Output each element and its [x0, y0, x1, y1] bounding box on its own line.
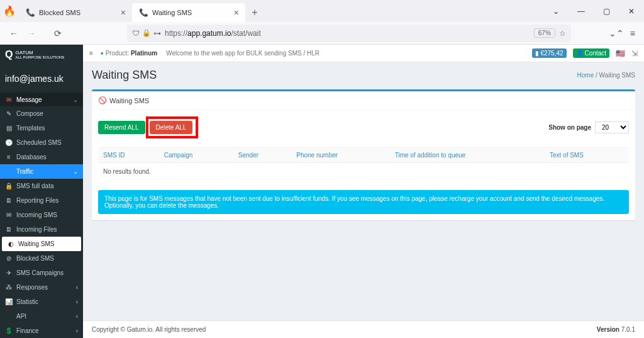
- logo-line1: GATUM: [15, 50, 64, 55]
- chevron-icon: ‹: [76, 313, 78, 320]
- zoom-badge[interactable]: 67%: [534, 28, 555, 38]
- permissions-icon[interactable]: ⊶: [153, 29, 161, 38]
- menu-icon: ▤: [5, 125, 13, 132]
- close-window-icon[interactable]: ✕: [619, 0, 644, 22]
- tab-title: Blocked SMS: [39, 9, 80, 16]
- sidebar-item-label: Statistic: [16, 298, 38, 305]
- version-label: Version: [597, 326, 621, 333]
- sidebar-item-compose[interactable]: ✎Compose: [0, 106, 83, 121]
- sidebar-item-label: API: [16, 313, 26, 320]
- ban-icon: 🚫: [98, 96, 107, 104]
- sidebar-item-sms-campaigns[interactable]: ✈SMS Campaigns: [0, 266, 83, 280]
- menu-icon: 🗎: [5, 197, 13, 204]
- chevron-down-icon: ⌄: [73, 96, 78, 103]
- panel-waiting-sms: 🚫 Waiting SMS Resend ALL Delete ALL Show…: [92, 89, 635, 220]
- chevron-icon: ‹: [76, 284, 78, 291]
- menu-icon: ≡: [5, 154, 13, 161]
- maximize-icon[interactable]: ▢: [594, 0, 619, 22]
- menu-icon: 🗎: [5, 226, 13, 233]
- sidebar-item-scheduled-sms[interactable]: 🕒Scheduled SMS: [0, 135, 83, 150]
- menu-icon: ⁂: [5, 284, 13, 291]
- sidebar-item-sms-full-data[interactable]: 🔒SMS full data: [0, 179, 83, 193]
- menu-icon: 📊: [5, 298, 13, 305]
- show-on-page-label: Show on page: [548, 124, 591, 131]
- col-time-of-addition-to-queue[interactable]: Time of addition to queue: [390, 148, 545, 163]
- url-host: app.gatum.io: [187, 29, 231, 38]
- contact-button[interactable]: 👤 Contact: [573, 48, 609, 58]
- menu-icon: ⊘: [5, 255, 13, 262]
- sidebar-item-reporting-files[interactable]: 🗎Reporting Files: [0, 193, 83, 208]
- version-value: 7.0.1: [621, 326, 635, 333]
- new-tab-button[interactable]: +: [245, 3, 264, 22]
- resend-all-button[interactable]: Resend ALL: [98, 121, 145, 134]
- menu-icon: 🕒: [5, 139, 13, 146]
- sidebar-item-incoming-sms[interactable]: ✉Incoming SMS: [0, 208, 83, 222]
- logout-icon[interactable]: ⇲: [631, 49, 638, 58]
- sidebar-item-api[interactable]: API‹: [0, 309, 83, 324]
- col-campaign[interactable]: Campaign: [159, 148, 233, 163]
- sidebar-item-label: SMS full data: [16, 183, 53, 189]
- sidebar-item-finance[interactable]: 💲Finance‹: [0, 324, 83, 338]
- sidebar-item-label: Responses: [16, 284, 48, 291]
- shield-icon[interactable]: 🛡: [132, 29, 140, 38]
- sidebar-item-waiting-sms[interactable]: ◐Waiting SMS: [2, 237, 81, 251]
- sidebar-item-databases[interactable]: ≡Databases: [0, 150, 83, 164]
- user-icon: 👤: [576, 50, 584, 57]
- sidebar-item-incoming-files[interactable]: 🗎Incoming Files: [0, 222, 83, 237]
- col-text-of-sms[interactable]: Text of SMS: [545, 148, 629, 163]
- info-banner: This page is for SMS messages that have …: [98, 190, 629, 214]
- app-menu-icon[interactable]: ≡: [630, 28, 635, 38]
- sidebar-item-label: Templates: [16, 125, 45, 132]
- bookmark-star-icon[interactable]: ☆: [559, 29, 566, 38]
- lock-icon[interactable]: 🔒: [142, 29, 151, 37]
- sidebar-item-blocked-sms[interactable]: ⊘Blocked SMS: [0, 251, 83, 266]
- hamburger-icon[interactable]: ≡: [89, 50, 93, 57]
- sidebar-item-templates[interactable]: ▤Templates: [0, 121, 83, 135]
- close-icon[interactable]: ×: [234, 8, 239, 18]
- menu-icon: ✈: [5, 269, 13, 276]
- balance-value: €275,42: [540, 50, 563, 57]
- tab-title: Waiting SMS: [152, 9, 192, 16]
- chevron-down-icon[interactable]: ⌄: [543, 0, 569, 22]
- close-icon[interactable]: ×: [121, 8, 126, 18]
- col-sender[interactable]: Sender: [233, 148, 291, 163]
- footer: Copyright © Gatum.io. All rights reserve…: [83, 320, 644, 338]
- flag-us-icon[interactable]: 🇺🇸: [616, 49, 625, 58]
- sidebar-item-traffic[interactable]: Traffic⌄: [0, 164, 83, 179]
- reload-button[interactable]: ⟳: [49, 25, 67, 42]
- sidebar-item-label: Waiting SMS: [18, 240, 54, 247]
- minimize-icon[interactable]: ―: [569, 0, 594, 22]
- topbar: ≡ ● Product: Platinum Welcome to the web…: [83, 45, 644, 62]
- chevron-icon: ⌄: [73, 168, 78, 175]
- menu-icon: ✉: [5, 211, 13, 218]
- tab-favicon: 📞: [138, 8, 148, 18]
- sidebar-header-message[interactable]: ✉ Message ⌄: [0, 93, 83, 106]
- sidebar-item-statistic[interactable]: 📊Statistic‹: [0, 295, 83, 309]
- copyright: Copyright © Gatum.io. All rights reserve…: [92, 326, 206, 333]
- sidebar-item-label: Compose: [16, 110, 43, 117]
- browser-tab-blocked[interactable]: 📞 Blocked SMS ×: [19, 3, 132, 22]
- forward-button: →: [23, 25, 40, 42]
- sidebar: Q GATUM ALL PURPOSE SOLUTIONS info@james…: [0, 45, 83, 338]
- breadcrumb-home[interactable]: Home: [577, 72, 594, 79]
- sms-table: SMS IDCampaignSenderPhone numberTime of …: [98, 147, 629, 180]
- product-name: Platinum: [131, 50, 157, 57]
- dot-icon: ●: [101, 50, 104, 56]
- address-bar[interactable]: 🛡 🔒 ⊶ https://app.gatum.io/stat/wait 67%…: [127, 25, 571, 42]
- page-size-select[interactable]: 20: [595, 121, 629, 133]
- sidebar-item-responses[interactable]: ⁂Responses‹: [0, 280, 83, 295]
- pocket-icon[interactable]: ⌄⌃: [609, 28, 624, 38]
- account-email: info@james.uk: [0, 65, 83, 93]
- menu-icon: 🔒: [5, 183, 13, 189]
- col-phone-number[interactable]: Phone number: [291, 148, 389, 163]
- chevron-icon: ‹: [76, 298, 78, 305]
- browser-tab-waiting[interactable]: 📞 Waiting SMS ×: [132, 3, 245, 22]
- menu-icon: ✎: [5, 110, 13, 117]
- product-badge: ● Product: Platinum: [101, 50, 157, 57]
- sidebar-item-label: Databases: [16, 154, 47, 161]
- tab-favicon: 📞: [25, 8, 35, 18]
- delete-all-button[interactable]: Delete ALL: [150, 121, 193, 134]
- col-sms-id[interactable]: SMS ID: [98, 148, 159, 163]
- balance-badge[interactable]: ▮ €275,42: [532, 48, 566, 58]
- back-button[interactable]: ←: [5, 25, 23, 42]
